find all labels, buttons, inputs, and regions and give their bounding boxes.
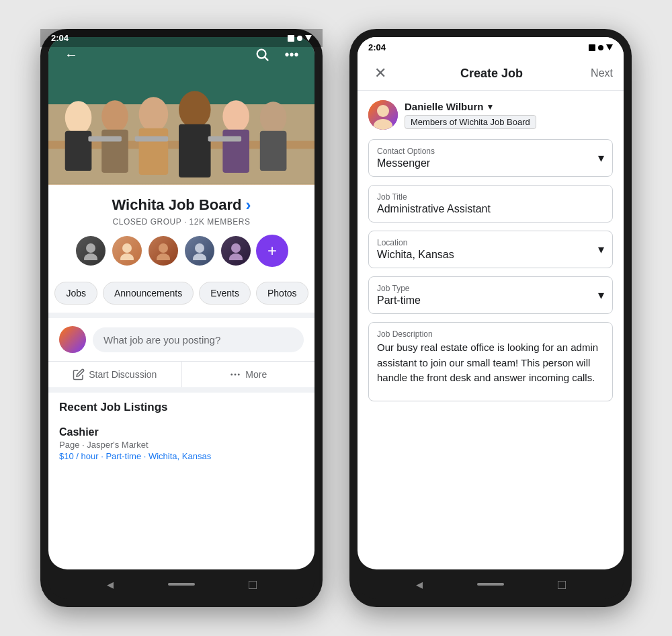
contact-options-field[interactable]: Contact Options Messenger ▾ [368,139,613,177]
filter-tabs: Jobs Announcements Events Photos [48,282,314,313]
group-meta: CLOSED GROUP · 12K MEMBERS [62,217,301,227]
square-nav-button[interactable]: □ [241,572,265,596]
more-action-button[interactable]: More [182,362,315,387]
dropdown-arrow-name: ▼ [486,102,494,112]
group-info: Wichita Job Board › CLOSED GROUP · 12K M… [48,185,314,282]
poster-avatar [368,100,398,130]
location-field[interactable]: Location Wichita, Kansas ▾ [368,231,613,268]
svg-rect-8 [139,128,169,175]
job-description-label: Job Description [377,329,604,339]
bottom-nav-2: ◂ □ [358,569,624,599]
time-1: 2:04 [51,37,69,43]
job-title-field[interactable]: Job Title Administrative Assistant [368,185,613,223]
svg-rect-16 [135,136,169,142]
scene: 2:04 [0,0,672,636]
battery-icon-2 [606,44,613,50]
add-member-button[interactable]: + [256,235,288,267]
status-bar-2: 2:04 [358,37,624,56]
member-avatar-5 [220,235,252,267]
member-avatar-1 [75,235,107,267]
job-listing: Cashier Page · Jasper's Market $10 / hou… [48,418,314,469]
job-description-value: Our busy real estate office is looking f… [377,340,604,394]
phone-1: 2:04 [40,29,323,607]
svg-rect-6 [101,130,128,173]
tab-jobs[interactable]: Jobs [54,282,97,305]
status-bar-1: 2:04 [48,37,314,47]
action-row: Start Discussion More [48,361,314,387]
poster-details: Danielle Wilburn ▼ Members of Wichita Jo… [405,101,536,129]
svg-point-3 [65,101,92,134]
wifi-icon [297,37,302,41]
home-indicator[interactable] [168,583,195,586]
time-2: 2:04 [368,42,386,52]
start-discussion-label: Start Discussion [89,369,157,380]
job-listing-title: Cashier [59,426,304,438]
member-avatar-2 [111,235,143,267]
contact-options-dropdown-icon: ▾ [598,151,604,165]
poster-name: Danielle Wilburn ▼ [405,101,536,112]
back-nav-button-2[interactable]: ◂ [407,572,431,596]
svg-point-11 [222,100,249,132]
post-input[interactable]: What job are you posting? [93,327,304,352]
svg-point-18 [257,50,266,58]
member-avatar-4 [183,235,216,267]
location-label: Location [377,238,604,247]
job-description-field[interactable]: Job Description Our busy real estate off… [368,322,613,401]
job-type-dropdown-icon: ▾ [598,288,604,303]
phone-2: 2:04 ✕ Create Job Next [349,29,632,607]
job-listing-source: Page · Jasper's Market [59,440,304,450]
tab-announcements[interactable]: Announcements [103,282,194,305]
svg-point-26 [195,243,204,253]
svg-point-34 [377,105,389,117]
back-nav-button[interactable]: ◂ [98,572,122,596]
poster-info: Danielle Wilburn ▼ Members of Wichita Jo… [358,91,624,139]
svg-rect-10 [179,124,211,177]
svg-point-5 [101,100,128,132]
svg-point-21 [84,253,97,260]
group-name: Wichita Job Board › [62,196,301,214]
svg-point-24 [159,243,168,253]
status-icons-1 [288,37,312,42]
svg-rect-12 [222,130,249,173]
job-type-field[interactable]: Job Type Part-time ▾ [368,276,613,314]
svg-point-32 [238,374,240,376]
svg-rect-4 [65,131,92,171]
svg-point-31 [235,374,237,376]
job-type-value: Part-time [377,294,604,307]
divider-2 [48,387,314,393]
group-chevron: › [245,196,251,214]
location-dropdown-icon: ▾ [598,242,604,257]
more-icon [229,368,241,381]
edit-icon [73,368,85,381]
job-title-label: Job Title [377,192,604,202]
job-type-label: Job Type [377,284,604,293]
svg-point-20 [86,243,95,253]
poster-scope[interactable]: Members of Wichita Job Board [405,115,536,129]
phone-2-screen: 2:04 ✕ Create Job Next [358,37,624,569]
signal-icon-2 [589,44,595,51]
svg-point-7 [139,97,169,131]
contact-options-label: Contact Options [377,147,604,156]
svg-point-27 [193,253,206,260]
member-avatars: + [62,235,301,267]
home-indicator-2[interactable] [477,583,504,586]
svg-point-22 [122,243,132,253]
member-avatar-3 [147,235,179,267]
location-value: Wichita, Kansas [377,249,604,261]
recent-jobs-title: Recent Job Listings [48,393,314,418]
divider-1 [48,313,314,318]
tab-events[interactable]: Events [199,282,251,305]
svg-point-28 [231,243,241,253]
create-job-header: ✕ Create Job Next [358,56,624,91]
start-discussion-button[interactable]: Start Discussion [48,362,182,387]
wifi-icon-2 [598,45,603,50]
next-button[interactable]: Next [591,67,613,79]
post-input-area: What job are you posting? [48,318,314,361]
page-title: Create Job [460,67,523,81]
square-nav-button-2[interactable]: □ [550,572,574,596]
job-listing-details: $10 / hour · Part-time · Wichita, Kansas [59,451,304,461]
tab-photos[interactable]: Photos [256,282,308,305]
svg-point-23 [120,253,134,260]
form-scroll: Contact Options Messenger ▾ Job Title Ad… [358,139,624,569]
close-button[interactable]: ✕ [368,65,392,82]
